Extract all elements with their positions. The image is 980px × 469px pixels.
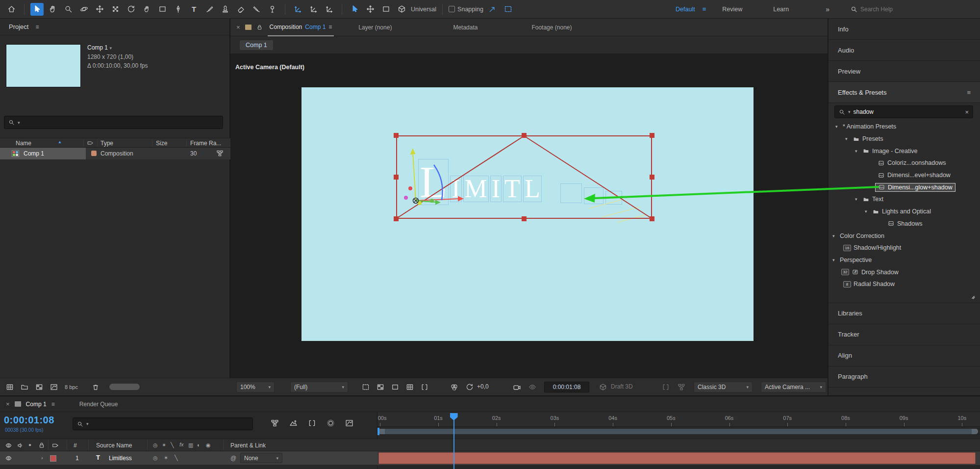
project-thumbnail[interactable] [6, 44, 81, 87]
selection-handle[interactable] [650, 133, 654, 138]
selection-handle[interactable] [394, 216, 399, 221]
transparency-grid-icon[interactable] [377, 383, 384, 391]
tab-composition[interactable]: Composition Comp 1 ≡ [268, 19, 334, 36]
pen-tool[interactable] [172, 3, 185, 16]
puppet-pin-tool[interactable] [266, 3, 279, 16]
selection-handle[interactable] [522, 216, 527, 221]
roto-brush-tool[interactable] [250, 3, 263, 16]
dolly-camera-tool[interactable] [109, 3, 122, 16]
tree-item-dimensions-glow-shadow[interactable]: Dimensi...glow+shadow [829, 181, 980, 193]
pan-behind-tool[interactable] [140, 3, 153, 16]
project-search-input[interactable] [23, 119, 219, 126]
tree-item-perspective[interactable]: ▾ Perspective [829, 254, 980, 266]
column-size[interactable]: Size [156, 140, 167, 147]
region-of-interest-icon[interactable] [406, 383, 414, 391]
home-icon[interactable] [5, 3, 18, 16]
search-caret-icon[interactable]: ▾ [86, 421, 89, 426]
help-search-input[interactable] [860, 6, 971, 13]
rectangle-tool[interactable] [156, 3, 169, 16]
panel-menu-icon[interactable]: ≡ [51, 401, 55, 408]
chevron-down-icon[interactable]: ▾ [855, 149, 860, 154]
universal-label[interactable]: Universal [411, 6, 436, 13]
parent-select[interactable]: None ▾ [240, 453, 282, 463]
lock-icon[interactable] [38, 442, 45, 449]
timeline-tab-label[interactable]: Comp 1 [26, 401, 47, 408]
zoom-tool[interactable] [62, 3, 75, 16]
column-parent-link[interactable]: Parent & Link [230, 442, 266, 449]
close-icon[interactable]: × [6, 400, 10, 408]
layer-color-swatch[interactable] [50, 455, 56, 462]
selection-handle[interactable] [394, 175, 399, 180]
tab-metadata[interactable]: Metadata [453, 24, 477, 31]
bit-depth-button[interactable]: 8 bpc [65, 384, 78, 390]
time-ruler[interactable]: 0:00s 01s 02s 03s 04s 05s 06s 07s 08s 09… [377, 412, 980, 427]
mini-flowchart-icon[interactable] [271, 419, 279, 427]
project-item-name[interactable]: Comp 1 [87, 44, 108, 51]
scrollbar-thumb[interactable] [109, 384, 140, 390]
orbit-camera-tool[interactable] [77, 3, 91, 16]
chevron-down-icon[interactable]: ▾ [835, 124, 840, 129]
view-select[interactable]: Active Camera ... ▾ [761, 382, 826, 392]
tree-item-dimensions-bevel-shadow[interactable]: Dimensi...evel+shadow [829, 169, 980, 182]
panel-preview[interactable]: Preview [829, 61, 980, 82]
pick-whip-icon[interactable]: @ [230, 455, 236, 462]
timeline-right-pane[interactable]: 0:00s 01s 02s 03s 04s 05s 06s 07s 08s 09… [377, 412, 980, 469]
gizmo-scale-icon[interactable] [379, 3, 393, 16]
panel-info[interactable]: Info [829, 19, 980, 40]
selection-handle[interactable] [394, 133, 399, 138]
snap-along-edges-icon[interactable] [486, 3, 499, 16]
reset-exposure-icon[interactable] [466, 383, 474, 391]
help-search[interactable] [847, 3, 975, 15]
composition-canvas[interactable]: L I M I T L [302, 87, 754, 341]
flowchart-jump-icon[interactable] [678, 383, 685, 391]
gizmo-universal-icon[interactable] [395, 3, 408, 16]
tree-item-shadow-highlight[interactable]: 16 Shadow/Highlight [829, 242, 980, 254]
column-frame-rate[interactable]: Frame Ra... [190, 140, 221, 147]
snapping-checkbox[interactable] [449, 6, 455, 12]
project-row[interactable]: Comp 1 Composition 30 [0, 148, 230, 159]
fast-previews-label[interactable]: Draft 3D [611, 383, 633, 390]
tree-item-presets[interactable]: ▾ Presets [829, 133, 980, 145]
composition-viewport[interactable]: Active Camera (Default) L I M I T L [230, 54, 828, 378]
tree-item-drop-shadow[interactable]: 32 Drop Shadow [829, 266, 980, 278]
zoom-select[interactable]: 100% ▾ [236, 382, 275, 392]
workspace-overflow-chevrons[interactable]: » [826, 5, 829, 13]
trash-icon[interactable] [92, 383, 100, 391]
workspace-learn[interactable]: Learn [773, 6, 789, 13]
tree-item-animation-presets[interactable]: ▾ * Animation Presets [829, 121, 980, 133]
selection-handle[interactable] [650, 175, 654, 180]
effects-search-input[interactable] [854, 108, 962, 115]
label-column-icon[interactable] [87, 140, 94, 146]
fx-icon[interactable]: fx [179, 442, 184, 447]
fast-previews-icon[interactable] [599, 383, 607, 391]
rotation-tool[interactable] [125, 3, 138, 16]
graph-editor-icon[interactable] [345, 419, 353, 427]
snap-beyond-extents-icon[interactable] [502, 3, 515, 16]
quality-icon[interactable]: ╲ [171, 442, 174, 448]
type-tool[interactable]: T [187, 3, 201, 16]
label-column-icon[interactable] [52, 442, 59, 449]
timeline-jump-icon[interactable] [662, 383, 670, 391]
workspace-review[interactable]: Review [722, 6, 742, 13]
tree-item-text[interactable]: ▾ Text [829, 193, 980, 206]
channels-icon[interactable] [450, 383, 458, 391]
layer-collapse-icon[interactable]: ✶ [164, 455, 168, 461]
workspace-default[interactable]: Default [676, 6, 695, 13]
layer-selection-box[interactable] [396, 135, 652, 219]
draft-3d-icon[interactable] [289, 419, 298, 427]
mask-visibility-icon[interactable] [391, 383, 399, 391]
eraser-tool[interactable] [234, 3, 248, 16]
local-axis-mode-icon[interactable] [291, 3, 304, 16]
column-source-name[interactable]: Source Name [96, 442, 132, 449]
panel-grip-icon[interactable] [969, 293, 976, 300]
list-view-icon[interactable] [6, 383, 14, 391]
panel-menu-icon[interactable]: ≡ [35, 24, 39, 30]
work-area-end-handle[interactable] [972, 429, 978, 434]
selection-tool[interactable] [30, 3, 44, 16]
flowchart-icon[interactable] [216, 150, 224, 157]
search-caret-icon[interactable]: ▾ [848, 109, 851, 114]
view-axis-mode-icon[interactable] [323, 3, 336, 16]
frame-blend-icon[interactable] [308, 419, 316, 427]
workspace-menu-icon[interactable]: ≡ [703, 5, 706, 13]
world-axis-mode-icon[interactable] [307, 3, 320, 16]
